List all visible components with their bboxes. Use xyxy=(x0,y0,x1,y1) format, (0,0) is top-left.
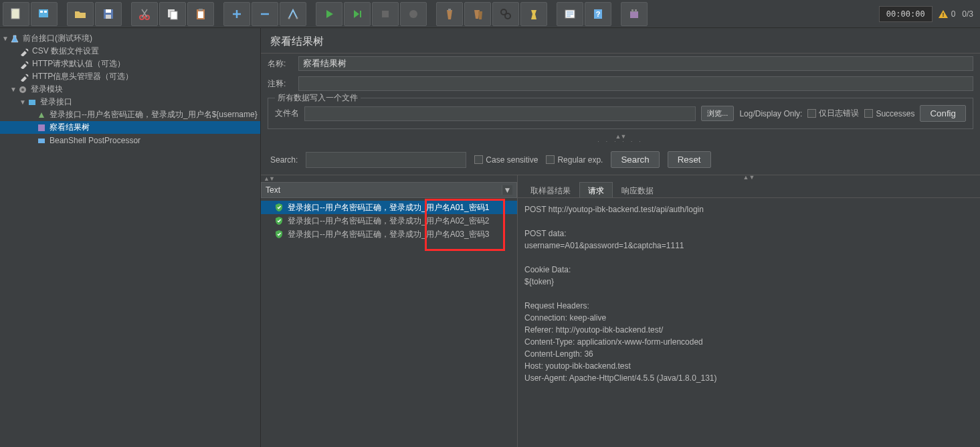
start-button[interactable] xyxy=(316,2,342,26)
comment-input[interactable] xyxy=(298,76,973,91)
save-button[interactable] xyxy=(95,2,122,26)
tree-csv[interactable]: CSV 数据文件设置 xyxy=(0,45,260,58)
postprocessor-icon xyxy=(36,135,47,146)
dropdown-icon[interactable]: ▼ xyxy=(502,185,512,195)
name-label: 名称: xyxy=(268,58,294,70)
svg-rect-16 xyxy=(360,11,361,17)
detail-expand-handle[interactable]: ▲▼ xyxy=(518,175,980,181)
comment-label: 注释: xyxy=(268,78,294,90)
log-display-label: Log/Display Only: xyxy=(739,109,802,118)
warning-icon: ! xyxy=(938,9,949,19)
successes-checkbox[interactable]: Successes xyxy=(864,109,914,118)
expand-button[interactable] xyxy=(223,2,250,26)
toggle-icon[interactable]: ▼ xyxy=(19,98,27,106)
results-icon xyxy=(36,122,47,133)
new-file-button[interactable] xyxy=(3,2,29,26)
controller-icon xyxy=(27,97,37,108)
cut-button[interactable] xyxy=(131,2,158,26)
toggle-button[interactable] xyxy=(280,2,306,26)
toggle-icon[interactable]: ▼ xyxy=(9,86,17,93)
svg-rect-33 xyxy=(38,139,45,143)
svg-text:!: ! xyxy=(942,11,944,18)
function-helper-button[interactable] xyxy=(557,2,583,26)
svg-point-21 xyxy=(505,13,510,19)
timer-display: 00:00:00 xyxy=(879,6,933,22)
tree-login-iface[interactable]: ▼ 登录接口 xyxy=(0,96,260,108)
tree-view-results[interactable]: 察看结果树 xyxy=(0,121,260,134)
svg-point-14 xyxy=(288,17,290,19)
request-detail-text[interactable]: POST http://youtop-ibk-backend.test/api/… xyxy=(518,198,980,447)
tree-login-case[interactable]: 登录接口--用户名密码正确，登录成功_用户名${username} xyxy=(0,108,260,121)
copy-button[interactable] xyxy=(159,2,186,26)
svg-point-15 xyxy=(296,17,298,19)
start-no-timers-button[interactable] xyxy=(344,2,371,26)
sampler-icon xyxy=(36,110,47,120)
stop-button[interactable] xyxy=(372,2,399,26)
search-tree-button[interactable] xyxy=(492,2,519,26)
result-row[interactable]: 登录接口--用户名密码正确，登录成功_用户名A02_密码2 xyxy=(261,214,517,228)
results-list[interactable]: 登录接口--用户名密码正确，登录成功_用户名A01_密码1 登录接口--用户名密… xyxy=(261,198,517,447)
success-shield-icon xyxy=(274,216,284,226)
svg-rect-26 xyxy=(631,9,633,12)
errors-only-checkbox[interactable]: 仅日志错误 xyxy=(807,108,859,119)
reset-button[interactable]: Reset xyxy=(668,151,711,168)
fieldset-legend: 所有数据写入一个文件 xyxy=(275,92,361,104)
configure-button[interactable]: Config xyxy=(920,105,966,122)
editor-panel: 察看结果树 名称: 注释: 所有数据写入一个文件 文件名 浏览... Log/D… xyxy=(261,28,980,447)
result-row[interactable]: 登录接口--用户名密码正确，登录成功_用户名A01_密码1 xyxy=(261,201,517,214)
regex-checkbox[interactable]: Regular exp. xyxy=(546,155,603,165)
write-file-fieldset: 所有数据写入一个文件 文件名 浏览... Log/Display Only: 仅… xyxy=(268,98,973,129)
success-shield-icon xyxy=(274,230,284,239)
search-label: Search: xyxy=(270,155,298,165)
wrench-icon xyxy=(19,59,29,70)
shutdown-button[interactable] xyxy=(400,2,427,26)
clear-button[interactable] xyxy=(436,2,463,26)
case-sensitive-checkbox[interactable]: Case sensitive xyxy=(474,155,538,165)
test-plan-tree[interactable]: ▼ 前台接口(测试环境) CSV 数据文件设置 HTTP请求默认值（可选） HT… xyxy=(0,28,261,447)
svg-rect-17 xyxy=(382,11,389,17)
wrench-icon xyxy=(19,72,29,82)
tab-request[interactable]: 请求 xyxy=(579,182,613,197)
plugins-button[interactable] xyxy=(621,2,648,26)
detail-pane: ▲▼ 取样器结果 请求 响应数据 POST http://youtop-ibk-… xyxy=(518,175,980,447)
svg-rect-12 xyxy=(198,11,203,18)
tree-beanshell[interactable]: BeanShell PostProcessor xyxy=(0,134,260,147)
svg-rect-19 xyxy=(448,9,451,11)
tree-http-header[interactable]: HTTP信息头管理器（可选） xyxy=(0,70,260,83)
tree-http-defaults[interactable]: HTTP请求默认值（可选） xyxy=(0,58,260,70)
results-pane: ▲▼ Text ▼ 登录接口--用户名密码正确，登录成功_用户名A01_密码1 … xyxy=(261,175,518,447)
help-button[interactable]: ? xyxy=(585,2,611,26)
templates-button[interactable] xyxy=(31,2,58,26)
collapse-button[interactable] xyxy=(252,2,278,26)
open-button[interactable] xyxy=(67,2,94,26)
svg-rect-3 xyxy=(44,11,47,13)
wrench-icon xyxy=(19,46,29,57)
svg-rect-32 xyxy=(38,124,45,131)
svg-text:?: ? xyxy=(596,10,601,18)
clear-search-button[interactable] xyxy=(520,2,547,26)
svg-rect-6 xyxy=(106,15,111,19)
name-input[interactable] xyxy=(298,56,973,71)
paste-button[interactable] xyxy=(187,2,214,26)
search-input[interactable] xyxy=(306,152,466,168)
browse-button[interactable]: 浏览... xyxy=(701,106,734,121)
svg-rect-27 xyxy=(635,9,637,12)
search-button[interactable]: Search xyxy=(611,151,659,168)
tree-login-module[interactable]: ▼ 登录模块 xyxy=(0,83,260,96)
tab-response[interactable]: 响应数据 xyxy=(613,182,662,197)
svg-rect-13 xyxy=(199,9,203,11)
filename-input[interactable] xyxy=(304,106,696,121)
gear-icon xyxy=(17,84,28,95)
toggle-icon[interactable]: ▼ xyxy=(1,35,9,42)
success-shield-icon xyxy=(274,203,284,212)
svg-rect-31 xyxy=(29,100,35,105)
warning-badge: ! 0 xyxy=(938,9,956,19)
svg-rect-5 xyxy=(106,9,111,13)
result-row[interactable]: 登录接口--用户名密码正确，登录成功_用户名A03_密码3 xyxy=(261,228,517,241)
results-expand-handle[interactable]: ▲▼ xyxy=(261,175,517,182)
tree-root[interactable]: ▼ 前台接口(测试环境) xyxy=(0,32,260,45)
tab-sampler-result[interactable]: 取样器结果 xyxy=(522,182,579,197)
svg-rect-1 xyxy=(39,9,48,17)
clear-all-button[interactable] xyxy=(464,2,491,26)
results-header[interactable]: Text ▼ xyxy=(261,182,517,198)
